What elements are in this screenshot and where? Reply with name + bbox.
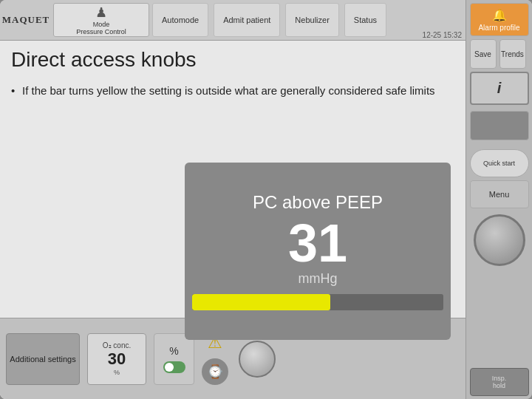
save-label: Save [474, 50, 491, 58]
logo-text: MAQUET [2, 14, 50, 26]
warning-area: ⚠ ⌚ [202, 333, 228, 385]
alarm-profile-button[interactable]: 🔔 Alarm profile [470, 3, 529, 36]
trends-button[interactable]: Trends [499, 39, 526, 69]
insp-hold-button[interactable]: Insp. hold [470, 368, 529, 396]
timestamp: 12-25 15:32 [423, 31, 462, 39]
additional-settings-button[interactable]: Additional settings [6, 333, 80, 385]
peep-bar-fill [192, 294, 330, 310]
small-dial[interactable] [239, 341, 276, 378]
menu-button[interactable]: Menu [470, 180, 529, 208]
o2-label: O₂ conc. [103, 341, 131, 349]
peep-unit: mmHg [299, 271, 338, 287]
automode-button[interactable]: Automode [152, 3, 208, 37]
large-dial[interactable] [474, 214, 525, 266]
admit-patient-button[interactable]: Admit patient [214, 3, 280, 37]
dark-btn [470, 111, 529, 140]
nebulizer-button[interactable]: Nebulizer [285, 3, 338, 37]
logo-area: MAQUET [0, 0, 52, 40]
device-frame: MAQUET ♟ ModePressure Control Automode A… [0, 0, 532, 399]
percent-box: % [154, 333, 194, 385]
alarm-profile-label: Alarm profile [478, 24, 519, 32]
mode-label: ModePressure Control [76, 21, 126, 35]
save-button[interactable]: Save [470, 39, 497, 69]
peep-value: 31 [288, 216, 347, 270]
quick-start-button[interactable]: Quick start [470, 149, 529, 177]
o2-unit: % [114, 369, 120, 376]
info-button[interactable]: i [470, 72, 529, 105]
toggle-switch[interactable] [163, 361, 185, 373]
page-title: Direct access knobs [11, 48, 454, 72]
mode-button[interactable]: ♟ ModePressure Control [53, 3, 149, 37]
o2-conc-box: O₂ conc. 30 % [87, 333, 146, 385]
peep-overlay: PC above PEEP 31 mmHg [185, 163, 451, 340]
quick-start-label: Quick start [483, 160, 515, 167]
alarm-icon: 🔔 [492, 8, 507, 22]
trends-label: Trends [501, 50, 524, 58]
o2-value: 30 [108, 349, 126, 369]
status-button[interactable]: Status [344, 3, 386, 37]
mode-icon: ♟ [95, 4, 107, 21]
peep-title: PC above PEEP [253, 192, 383, 213]
insp-hold-label2: hold [493, 382, 505, 389]
percent-text: % [169, 345, 178, 357]
bullet-text: If the bar turns yellow the setting is o… [11, 83, 454, 100]
insp-hold-label: Insp. [492, 375, 507, 382]
right-sidebar: 🔔 Alarm profile Save Trends i Quick star… [466, 0, 532, 399]
temp-sensor-icon: ⌚ [202, 358, 228, 385]
peep-bar-container [192, 294, 443, 310]
